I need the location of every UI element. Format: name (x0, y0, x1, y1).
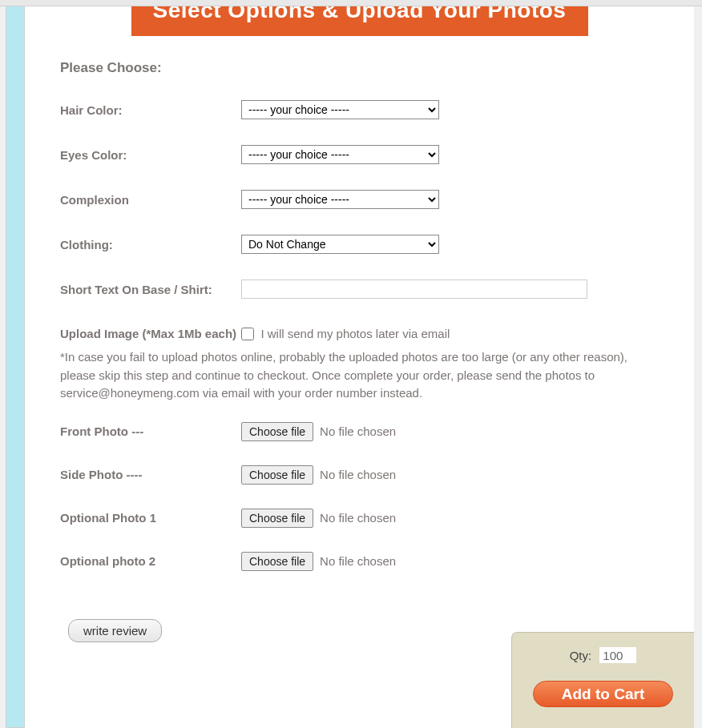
select-clothing[interactable]: Do Not Change (241, 235, 439, 254)
label-front-photo: Front Photo --- (60, 424, 241, 438)
qty-area: Qty: (512, 647, 694, 663)
upload-section: Upload Image (*Max 1Mb each) I will send… (60, 324, 659, 571)
choose-file-opt1[interactable]: Choose file (241, 509, 313, 528)
label-opt2-photo: Optional photo 2 (60, 554, 241, 568)
file-status-opt1: No file chosen (320, 511, 396, 525)
page-top-border (0, 0, 702, 6)
label-hair: Hair Color: (60, 103, 241, 117)
choose-file-opt2[interactable]: Choose file (241, 552, 313, 571)
sidebar-strip (6, 6, 25, 728)
main-container: Select Options & Upload Your Photos Plea… (25, 6, 694, 728)
banner-title: Select Options & Upload Your Photos (131, 6, 588, 36)
add-to-cart-button[interactable]: Add to Cart (533, 681, 673, 707)
label-opt1-photo: Optional Photo 1 (60, 511, 241, 525)
choose-file-front[interactable]: Choose file (241, 422, 313, 441)
form-content: Please Choose: Hair Color: ----- your ch… (25, 36, 694, 642)
file-row-side: Side Photo ---- Choose file No file chos… (60, 465, 659, 485)
choose-file-side[interactable]: Choose file (241, 465, 313, 485)
upload-title: Upload Image (*Max 1Mb each) (60, 327, 236, 340)
checkbox-label: I will send my photos later via email (260, 327, 450, 340)
option-row-short-text: Short Text On Base / Shirt: (60, 280, 659, 299)
label-clothing: Clothing: (60, 238, 241, 251)
select-eyes[interactable]: ----- your choice ----- (241, 145, 439, 164)
option-row-hair: Hair Color: ----- your choice ----- (60, 100, 659, 119)
label-eyes: Eyes Color: (60, 148, 241, 162)
option-row-complexion: Complexion ----- your choice ----- (60, 190, 659, 209)
choose-heading: Please Choose: (60, 60, 659, 76)
file-row-opt1: Optional Photo 1 Choose file No file cho… (60, 509, 659, 528)
label-complexion: Complexion (60, 193, 241, 207)
option-row-eyes: Eyes Color: ----- your choice ----- (60, 145, 659, 164)
file-status-opt2: No file chosen (320, 554, 396, 568)
checkbox-send-later[interactable] (241, 328, 254, 340)
label-short-text: Short Text On Base / Shirt: (60, 283, 241, 296)
qty-label: Qty: (570, 649, 592, 662)
select-complexion[interactable]: ----- your choice ----- (241, 190, 439, 209)
upload-note: *In case you fail to upload photos onlin… (60, 348, 659, 403)
file-status-side: No file chosen (320, 468, 396, 481)
cart-panel: Qty: Add to Cart (511, 632, 694, 728)
label-side-photo: Side Photo ---- (60, 468, 241, 481)
input-short-text[interactable] (241, 280, 587, 299)
file-row-front: Front Photo --- Choose file No file chos… (60, 422, 659, 441)
write-review-button[interactable]: write review (68, 619, 162, 642)
select-hair[interactable]: ----- your choice ----- (241, 100, 439, 119)
qty-input[interactable] (599, 647, 636, 663)
option-row-clothing: Clothing: Do Not Change (60, 235, 659, 254)
file-status-front: No file chosen (320, 424, 396, 438)
file-row-opt2: Optional photo 2 Choose file No file cho… (60, 552, 659, 571)
